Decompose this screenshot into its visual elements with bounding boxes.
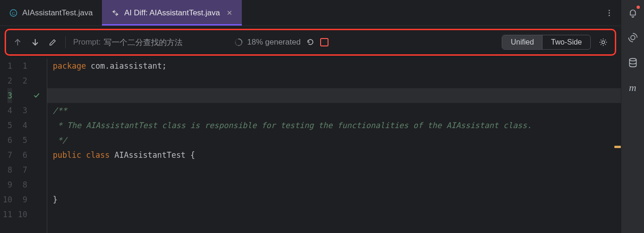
check-icon (30, 88, 43, 103)
prompt-display: Prompt: 写一个二分查找的方法 (73, 37, 183, 48)
bell-icon[interactable] (627, 6, 639, 19)
svg-point-3 (609, 12, 610, 13)
svg-point-7 (629, 58, 636, 61)
warning-marker[interactable] (614, 146, 621, 148)
code-line: */ (53, 133, 621, 148)
divider (65, 36, 66, 48)
code-line: package com.aiassistant; (53, 58, 621, 73)
gutter: 1 2 3 4 5 6 7 8 9 10 11 1 2 3 4 5 6 7 (0, 58, 47, 233)
gutter-marks (30, 58, 43, 233)
svg-text:C: C (12, 10, 15, 15)
diff-icon (111, 9, 120, 17)
prompt-value: 写一个二分查找的方法 (104, 37, 183, 48)
code-line: public class AIAssistantTest { (53, 148, 621, 162)
code-line-current (47, 88, 621, 103)
main-area: C AIAssistantTest.java AI Diff: AIAssist… (0, 0, 621, 233)
svg-point-4 (609, 14, 610, 16)
code-content[interactable]: package com.aiassistant; /** * The AIAss… (47, 58, 621, 233)
ai-assistant-icon[interactable] (627, 32, 639, 44)
edit-icon[interactable] (48, 37, 58, 47)
generation-progress: 18% generated (234, 37, 328, 47)
tab-file[interactable]: C AIAssistantTest.java (0, 0, 102, 26)
tab-diff[interactable]: AI Diff: AIAssistantTest.java ✕ (102, 0, 242, 26)
arrow-down-icon[interactable] (30, 37, 40, 47)
gutter-right: 1 2 3 4 5 6 7 8 9 10 (15, 58, 30, 233)
code-line: * The AIAssistantTest class is responsib… (53, 118, 621, 133)
stop-icon[interactable] (320, 38, 328, 46)
tool-window-bar: m (621, 0, 644, 233)
tab-bar: C AIAssistantTest.java AI Diff: AIAssist… (0, 0, 621, 26)
view-unified-button[interactable]: Unified (502, 35, 542, 49)
code-line (53, 162, 621, 177)
progress-text: 18% generated (247, 38, 301, 47)
class-icon: C (9, 9, 18, 17)
refresh-icon[interactable] (305, 37, 316, 47)
arrow-up-icon[interactable] (13, 37, 23, 47)
tab-label: AI Diff: AIAssistantTest.java (124, 8, 220, 18)
database-icon[interactable] (627, 57, 639, 69)
maven-icon[interactable]: m (627, 82, 639, 94)
code-line: } (53, 192, 621, 207)
code-line: /** (53, 103, 621, 118)
diff-view-toggle: Unified Two-Side (502, 35, 591, 50)
svg-point-6 (631, 35, 635, 39)
more-menu-icon[interactable] (598, 0, 621, 26)
code-line (53, 207, 621, 222)
code-editor[interactable]: 1 2 3 4 5 6 7 8 9 10 11 1 2 3 4 5 6 7 (0, 58, 621, 233)
code-line (53, 73, 621, 88)
tab-label: AIAssistantTest.java (22, 8, 93, 18)
ai-diff-toolbar: Prompt: 写一个二分查找的方法 18% generated Unified… (9, 33, 612, 52)
view-two-side-button[interactable]: Two-Side (542, 35, 590, 49)
svg-point-5 (602, 41, 605, 44)
spinner-icon (234, 38, 243, 46)
gear-icon[interactable] (598, 37, 608, 47)
gutter-left: 1 2 3 4 5 6 7 8 9 10 11 (0, 58, 15, 233)
close-icon[interactable]: ✕ (227, 9, 233, 17)
svg-point-2 (609, 10, 610, 11)
ai-diff-toolbar-highlight: Prompt: 写一个二分查找的方法 18% generated Unified… (5, 29, 616, 56)
code-line (53, 177, 621, 192)
prompt-label: Prompt: (73, 38, 101, 47)
